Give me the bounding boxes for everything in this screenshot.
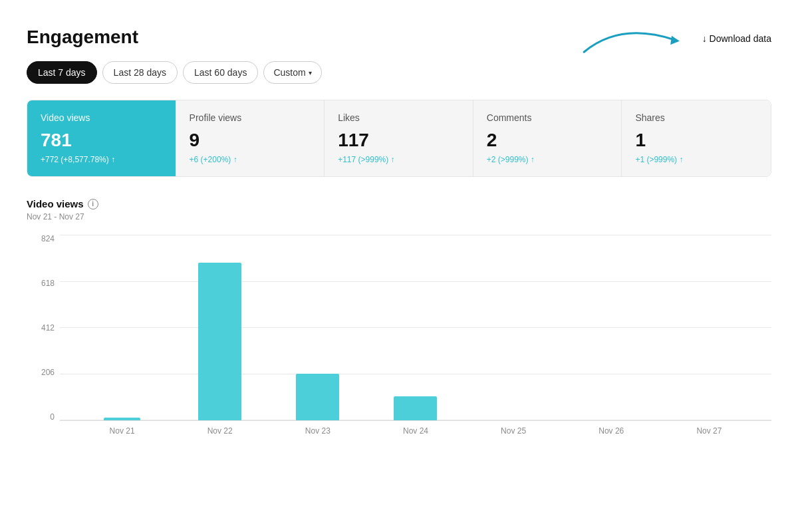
x-label-nov24: Nov 24	[366, 426, 464, 436]
y-label-824: 824	[41, 235, 55, 243]
metric-change-likes: +117 (>999%) ↑	[338, 155, 460, 164]
metric-label-video-views: Video views	[41, 112, 162, 123]
metric-change-comments: +2 (>999%) ↑	[487, 155, 608, 164]
download-data-link[interactable]: ↓ Download data	[702, 29, 771, 44]
bar-group-nov25	[465, 235, 563, 420]
metric-card-comments[interactable]: Comments 2 +2 (>999%) ↑	[473, 100, 622, 176]
y-axis: 824 618 412 206 0	[27, 235, 60, 421]
metric-label-shares: Shares	[635, 112, 757, 123]
metric-change-shares: +1 (>999%) ↑	[635, 155, 757, 164]
x-label-nov22: Nov 22	[171, 426, 269, 436]
bar-nov21	[104, 418, 140, 420]
metric-value-likes: 117	[338, 130, 460, 151]
x-label-nov23: Nov 23	[269, 426, 366, 436]
bar-group-nov24	[366, 235, 464, 420]
bar-nov22	[198, 263, 241, 420]
metric-label-profile-views: Profile views	[190, 112, 311, 123]
metric-card-video-views[interactable]: Video views 781 +772 (+8,577.78%) ↑	[27, 100, 176, 176]
chart-container: 824 618 412 206 0	[27, 235, 771, 421]
metric-change-profile-views: +6 (+200%) ↑	[190, 155, 311, 164]
x-label-nov21: Nov 21	[73, 426, 171, 436]
arrow-annotation	[572, 13, 705, 66]
chart-title-row: Video views i	[27, 198, 771, 209]
bars-wrapper	[60, 235, 771, 420]
filter-last-7-days[interactable]: Last 7 days	[27, 61, 97, 84]
filter-custom[interactable]: Custom ▾	[263, 61, 321, 84]
chart-date-range: Nov 21 - Nov 27	[27, 212, 771, 221]
x-axis: Nov 21 Nov 22 Nov 23 Nov 24 Nov 25 Nov 2…	[27, 426, 771, 436]
metric-value-profile-views: 9	[190, 130, 311, 151]
custom-label: Custom	[273, 67, 305, 78]
bar-group-nov22	[171, 235, 269, 420]
metric-value-video-views: 781	[41, 130, 162, 151]
page-title: Engagement	[27, 27, 138, 48]
svg-marker-0	[670, 36, 680, 45]
chevron-down-icon: ▾	[309, 69, 312, 76]
chart-title-text: Video views	[27, 198, 84, 209]
page-header: Engagement ↓ Download data	[27, 27, 771, 48]
y-label-412: 412	[41, 324, 55, 332]
chart-area	[60, 235, 771, 421]
bar-nov24	[394, 396, 437, 420]
chart-info-icon[interactable]: i	[88, 199, 98, 209]
metric-card-profile-views[interactable]: Profile views 9 +6 (+200%) ↑	[176, 100, 325, 176]
x-label-nov25: Nov 25	[465, 426, 563, 436]
y-label-618: 618	[41, 279, 55, 287]
metric-value-shares: 1	[635, 130, 757, 151]
filter-last-60-days[interactable]: Last 60 days	[183, 61, 258, 84]
metrics-grid: Video views 781 +772 (+8,577.78%) ↑ Prof…	[27, 100, 771, 177]
y-label-206: 206	[41, 368, 55, 376]
metric-value-comments: 2	[487, 130, 608, 151]
metric-change-video-views: +772 (+8,577.78%) ↑	[41, 155, 162, 164]
bar-nov23	[296, 374, 339, 420]
filter-bar: Last 7 days Last 28 days Last 60 days Cu…	[27, 61, 771, 84]
filter-last-28-days[interactable]: Last 28 days	[102, 61, 178, 84]
metric-label-comments: Comments	[487, 112, 608, 123]
metric-label-likes: Likes	[338, 112, 460, 123]
x-label-nov26: Nov 26	[563, 426, 660, 436]
bar-group-nov26	[563, 235, 660, 420]
bar-group-nov23	[269, 235, 366, 420]
metric-card-shares[interactable]: Shares 1 +1 (>999%) ↑	[622, 100, 771, 176]
x-label-nov27: Nov 27	[660, 426, 758, 436]
metric-card-likes[interactable]: Likes 117 +117 (>999%) ↑	[325, 100, 473, 176]
bar-group-nov21	[73, 235, 171, 420]
y-label-0: 0	[50, 413, 55, 421]
chart-section: Video views i Nov 21 - Nov 27 824 618 41…	[27, 198, 771, 436]
bar-group-nov27	[660, 235, 758, 420]
